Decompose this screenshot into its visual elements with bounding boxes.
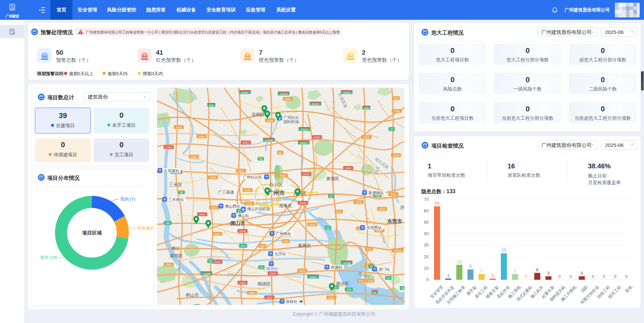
- svg-text:5: 5: [514, 269, 516, 273]
- svg-text:0: 0: [426, 277, 429, 282]
- svg-text:G35: G35: [375, 195, 380, 198]
- svg-text:G1508: G1508: [203, 272, 211, 275]
- svg-text:西江: 西江: [172, 246, 180, 251]
- svg-text:S269: S269: [210, 176, 216, 179]
- svg-text:G240: G240: [166, 146, 172, 149]
- svg-text:S256: S256: [394, 110, 400, 113]
- svg-text:20: 20: [424, 254, 429, 259]
- svg-text:40: 40: [424, 231, 429, 236]
- svg-text:G240: G240: [214, 261, 220, 264]
- svg-text:G321: G321: [199, 213, 205, 216]
- svg-text:1: 1: [447, 273, 449, 278]
- svg-text:项目区域: 项目区域: [82, 230, 102, 235]
- svg-text:佛山沙堤机场: 佛山沙堤机场: [247, 207, 270, 211]
- svg-text:S3: S3: [386, 277, 389, 280]
- svg-text:三水南站: 三水南站: [168, 198, 184, 202]
- svg-text:黄埔区: 黄埔区: [326, 176, 339, 181]
- svg-text:S123: S123: [299, 269, 305, 272]
- svg-text:G45: G45: [364, 107, 369, 110]
- svg-text:S267: S267: [238, 169, 244, 172]
- svg-text:白云区: 白云区: [270, 182, 283, 187]
- svg-text:S2: S2: [329, 195, 332, 198]
- svg-text:0: 0: [558, 274, 561, 279]
- svg-text:S116: S116: [211, 206, 217, 209]
- svg-text:广州白云站: 广州白云站: [243, 175, 262, 179]
- svg-text:70: 70: [424, 197, 429, 202]
- svg-text:30: 30: [424, 243, 429, 248]
- svg-text:G9411: G9411: [310, 276, 317, 279]
- svg-text:G321: G321: [243, 141, 249, 144]
- svg-text:0: 0: [570, 274, 572, 279]
- svg-text:S118: S118: [267, 119, 273, 122]
- svg-text:S47: S47: [241, 245, 245, 248]
- svg-text:S118: S118: [310, 223, 315, 226]
- svg-text:G240: G240: [239, 281, 246, 284]
- svg-text:S361: S361: [199, 135, 205, 138]
- svg-text:S8: S8: [278, 151, 281, 154]
- svg-text:东莞市: 东莞市: [387, 218, 402, 224]
- svg-text:64: 64: [435, 201, 439, 206]
- svg-text:容桂站: 容桂站: [286, 300, 298, 304]
- svg-text:北滘站: 北滘站: [274, 252, 286, 256]
- svg-text:60: 60: [424, 208, 429, 213]
- svg-text:S118: S118: [356, 201, 362, 204]
- svg-text:鹤山市: 鹤山市: [186, 292, 199, 298]
- svg-text:S118: S118: [176, 126, 182, 129]
- svg-text:国际机场: 国际机场: [283, 120, 299, 124]
- svg-text:S80: S80: [165, 222, 170, 225]
- svg-text:6: 6: [536, 268, 538, 272]
- svg-text:G94: G94: [209, 104, 214, 107]
- svg-text:佛山西站: 佛山西站: [225, 204, 240, 208]
- svg-text:广三高速: 广三高速: [218, 190, 234, 195]
- svg-text:1: 1: [492, 273, 494, 278]
- svg-text:S5: S5: [326, 226, 329, 229]
- svg-text:G105: G105: [300, 202, 306, 205]
- svg-text:新塘南站: 新塘南站: [368, 191, 384, 195]
- svg-text:S118: S118: [364, 136, 370, 139]
- svg-text:0: 0: [525, 274, 527, 279]
- svg-text:佛山市: 佛山市: [230, 220, 245, 226]
- svg-text:S73: S73: [359, 279, 363, 282]
- svg-text:高明区: 高明区: [170, 253, 183, 258]
- svg-text:G0421: G0421: [312, 103, 319, 106]
- svg-text:S9918: S9918: [394, 249, 401, 252]
- svg-text:G324: G324: [345, 167, 351, 170]
- svg-text:S26: S26: [260, 245, 264, 248]
- svg-text:G0421: G0421: [301, 128, 309, 131]
- svg-text:G105: G105: [266, 296, 272, 299]
- svg-text:G105: G105: [303, 173, 309, 176]
- svg-text:9: 9: [469, 264, 472, 269]
- svg-text:S78: S78: [368, 279, 372, 282]
- svg-text:S73: S73: [367, 248, 371, 251]
- svg-text:顺德区: 顺德区: [258, 281, 271, 286]
- svg-text:S2: S2: [390, 128, 393, 131]
- svg-text:S23: S23: [283, 240, 288, 243]
- svg-text:济: 济: [400, 205, 405, 210]
- svg-text:10: 10: [424, 266, 429, 271]
- svg-text:G1508: G1508: [343, 262, 351, 265]
- svg-text:G240: G240: [239, 230, 246, 233]
- svg-text:50: 50: [424, 220, 429, 225]
- svg-text:S117: S117: [391, 193, 396, 196]
- svg-text:S39: S39: [346, 288, 351, 291]
- svg-text:0: 0: [625, 274, 628, 279]
- svg-text:三水区: 三水区: [169, 182, 182, 187]
- svg-text:23: 23: [501, 248, 506, 253]
- svg-text:13: 13: [457, 260, 462, 264]
- svg-text:S16: S16: [393, 97, 398, 100]
- svg-text:0: 0: [614, 274, 616, 279]
- svg-text:S363: S363: [249, 291, 255, 294]
- svg-text:G187: G187: [314, 136, 320, 139]
- svg-text:G4: G4: [373, 291, 376, 294]
- svg-text:S5: S5: [260, 266, 263, 269]
- svg-text:S361: S361: [280, 174, 286, 177]
- svg-text:顺德站: 顺德站: [266, 266, 278, 271]
- svg-text:3: 3: [581, 271, 583, 276]
- svg-text:GMG: GMG: [11, 8, 13, 10]
- svg-text:0: 0: [603, 274, 605, 279]
- svg-text:S111: S111: [329, 296, 334, 299]
- svg-text:海珠区: 海珠区: [279, 203, 292, 208]
- svg-text:市内 (7): 市内 (7): [120, 197, 136, 202]
- svg-text:东莞西站: 东莞西站: [366, 226, 382, 230]
- svg-text:G0423: G0423: [280, 93, 288, 96]
